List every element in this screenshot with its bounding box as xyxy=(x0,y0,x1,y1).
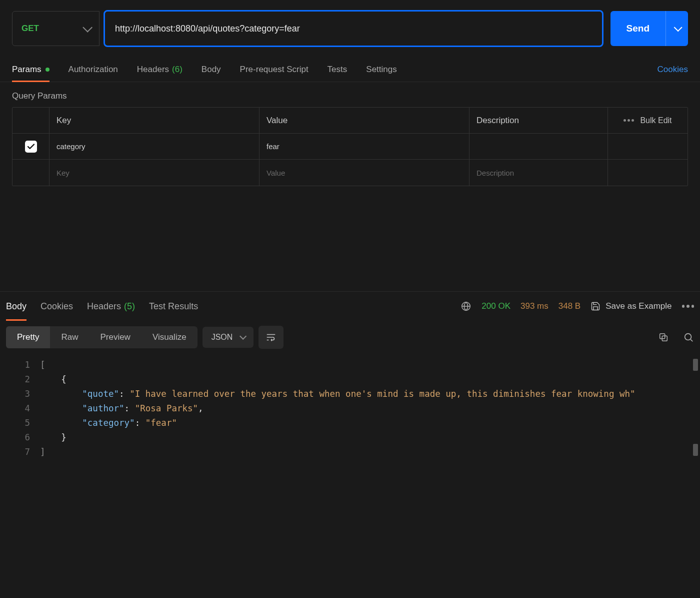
response-body-editor[interactable]: 1234567 [ { "quote": "I have learned ove… xyxy=(0,354,700,598)
copy-icon xyxy=(658,332,669,343)
send-button[interactable]: Send xyxy=(610,11,666,46)
bulk-edit-button[interactable]: Bulk Edit xyxy=(640,116,672,125)
copy-button[interactable] xyxy=(658,332,669,343)
search-button[interactable] xyxy=(683,332,694,343)
response-time: 393 ms xyxy=(520,301,548,311)
cookies-link[interactable]: Cookies xyxy=(658,65,688,75)
save-icon xyxy=(590,301,600,311)
send-dropdown-button[interactable] xyxy=(666,11,688,46)
send-button-group: Send xyxy=(610,11,688,46)
response-tabs: Body Cookies Headers (5) Test Results 20… xyxy=(0,292,700,321)
search-icon xyxy=(683,332,694,343)
param-desc-input[interactable] xyxy=(470,134,608,159)
tab-body[interactable]: Body xyxy=(202,57,221,82)
col-description: Description xyxy=(470,108,608,133)
tab-headers[interactable]: Headers (6) xyxy=(137,57,182,82)
save-ex-label: Save as Example xyxy=(606,301,672,311)
save-as-example-button[interactable]: Save as Example xyxy=(590,301,672,311)
view-visualize[interactable]: Visualize xyxy=(142,326,198,348)
url-input[interactable] xyxy=(115,24,592,34)
row-checkbox[interactable] xyxy=(25,141,37,153)
svg-point-3 xyxy=(685,334,692,340)
response-panel: Body Cookies Headers (5) Test Results 20… xyxy=(0,291,700,598)
tab-authorization[interactable]: Authorization xyxy=(68,57,118,82)
table-row: category fear xyxy=(12,134,688,160)
request-tabs: Params Authorization Headers (6) Body Pr… xyxy=(0,57,700,82)
chevron-down-icon xyxy=(82,23,92,33)
view-mode-segment: Pretty Raw Preview Visualize xyxy=(6,326,198,348)
tab-tests[interactable]: Tests xyxy=(328,57,348,82)
col-value: Value xyxy=(260,108,470,133)
code-content: [ { "quote": "I have learned over the ye… xyxy=(40,354,700,598)
param-key-input[interactable]: category xyxy=(50,134,260,159)
resp-tab-test-results[interactable]: Test Results xyxy=(149,292,198,321)
query-params-title: Query Params xyxy=(0,82,700,107)
row-checkbox-cell xyxy=(12,160,50,186)
wrap-icon xyxy=(266,332,276,343)
resp-tab-cookies[interactable]: Cookies xyxy=(40,292,73,321)
format-select[interactable]: JSON xyxy=(202,327,254,348)
query-params-table: Key Value Description Bulk Edit category… xyxy=(12,107,688,186)
response-view-controls: Pretty Raw Preview Visualize JSON xyxy=(0,321,700,354)
line-gutter: 1234567 xyxy=(0,354,40,598)
param-key-input[interactable]: Key xyxy=(50,160,260,186)
param-value-input[interactable]: fear xyxy=(260,134,470,159)
request-bar: GET Send xyxy=(0,0,700,57)
view-right-controls xyxy=(658,332,694,343)
table-row-empty: Key Value Description xyxy=(12,160,688,186)
tab-label: Headers xyxy=(137,65,169,75)
scrollbar-thumb[interactable] xyxy=(693,359,698,371)
headers-count: (6) xyxy=(172,65,182,75)
tab-label: Headers xyxy=(87,301,121,312)
table-header-row: Key Value Description Bulk Edit xyxy=(12,108,688,134)
check-icon xyxy=(26,142,36,151)
globe-icon[interactable] xyxy=(460,301,472,312)
row-actions xyxy=(608,134,688,159)
view-preview[interactable]: Preview xyxy=(89,326,141,348)
resp-headers-count: (5) xyxy=(124,301,135,312)
http-method-label: GET xyxy=(22,24,39,34)
tab-settings[interactable]: Settings xyxy=(366,57,396,82)
col-check xyxy=(12,108,50,133)
response-size: 348 B xyxy=(558,301,580,311)
format-label: JSON xyxy=(212,333,233,342)
chevron-down-icon xyxy=(674,23,682,32)
tab-label: Params xyxy=(12,65,42,75)
param-desc-input[interactable]: Description xyxy=(470,160,608,186)
response-meta: 200 OK 393 ms 348 B Save as Example xyxy=(460,301,694,312)
wrap-lines-button[interactable] xyxy=(258,326,284,349)
view-raw[interactable]: Raw xyxy=(50,326,89,348)
scrollbar-thumb[interactable] xyxy=(693,444,698,456)
row-actions xyxy=(608,160,688,186)
view-pretty[interactable]: Pretty xyxy=(6,326,50,348)
modified-dot-icon xyxy=(46,68,50,72)
chevron-down-icon xyxy=(240,333,246,340)
more-actions-icon[interactable] xyxy=(682,305,694,308)
resp-tab-headers[interactable]: Headers (5) xyxy=(87,292,135,321)
http-method-select[interactable]: GET xyxy=(12,11,100,46)
url-field-wrap xyxy=(104,10,604,47)
resp-tab-body[interactable]: Body xyxy=(6,292,26,321)
param-value-input[interactable]: Value xyxy=(260,160,470,186)
tab-params[interactable]: Params xyxy=(12,57,50,82)
status-code: 200 OK xyxy=(482,301,510,311)
col-key: Key xyxy=(50,108,260,133)
more-columns-icon[interactable] xyxy=(624,119,634,122)
tab-prerequest[interactable]: Pre-request Script xyxy=(240,57,308,82)
table-actions: Bulk Edit xyxy=(608,108,688,133)
row-checkbox-cell xyxy=(12,134,50,159)
